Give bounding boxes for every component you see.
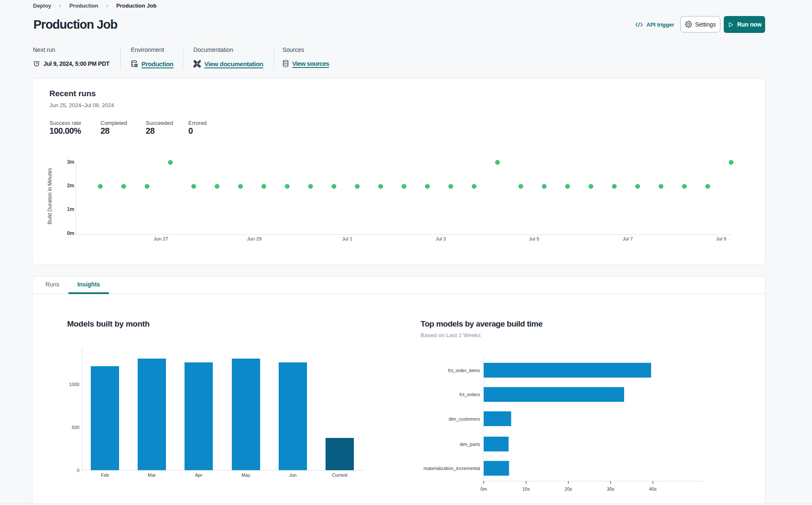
svg-text:Jun 29: Jun 29 (247, 236, 262, 241)
svg-text:Build Duration in Minutes: Build Duration in Minutes (47, 168, 53, 224)
svg-text:Apr: Apr (195, 473, 202, 478)
svg-text:fct_orders: fct_orders (459, 392, 480, 397)
svg-text:0: 0 (77, 468, 79, 473)
svg-text:0m: 0m (481, 486, 487, 491)
svg-text:2m: 2m (67, 183, 74, 189)
svg-text:dim_parts: dim_parts (460, 442, 481, 447)
svg-text:Jun: Jun (289, 473, 297, 478)
svg-text:Jul 3: Jul 3 (436, 236, 446, 241)
svg-text:Jul 9: Jul 9 (716, 236, 726, 241)
svg-text:20s: 20s (565, 486, 572, 491)
svg-text:dim_customers: dim_customers (448, 416, 480, 421)
svg-text:1m: 1m (67, 206, 74, 212)
svg-text:Mar: Mar (148, 473, 156, 478)
svg-text:fct_order_items: fct_order_items (448, 368, 480, 373)
svg-text:materialization_incremental: materialization_incremental (424, 466, 480, 471)
svg-text:Jul 5: Jul 5 (529, 236, 539, 241)
svg-text:30s: 30s (607, 486, 614, 491)
svg-text:Current: Current (332, 473, 348, 478)
svg-text:0m: 0m (67, 230, 74, 236)
svg-text:Jun 27: Jun 27 (154, 236, 168, 241)
svg-text:1000: 1000 (69, 382, 79, 387)
svg-text:Jul 1: Jul 1 (342, 236, 352, 241)
svg-text:40s: 40s (649, 486, 657, 491)
svg-text:Jul 7: Jul 7 (622, 236, 633, 241)
svg-text:Feb: Feb (101, 473, 109, 478)
svg-text:500: 500 (72, 425, 79, 430)
svg-text:3m: 3m (67, 159, 74, 165)
svg-text:May: May (242, 473, 250, 478)
svg-text:10s: 10s (522, 486, 530, 491)
